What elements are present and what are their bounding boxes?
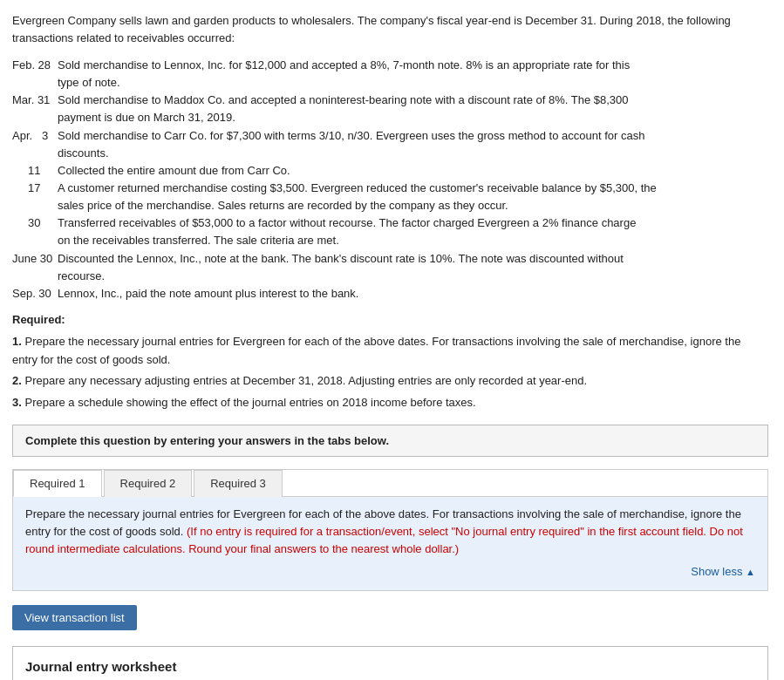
tx-date: June 30 (12, 250, 58, 285)
worksheet-title: Journal entry worksheet (25, 659, 755, 674)
req1-num: 1. (12, 335, 24, 348)
list-item: 30 Transferred receivables of $53,000 to… (12, 214, 768, 249)
req2-num: 2. (12, 374, 24, 387)
list-item: June 30 Discounted the Lennox, Inc., not… (12, 250, 768, 285)
tx-date: 17 (12, 180, 58, 214)
question-box: Complete this question by entering your … (12, 425, 768, 457)
list-item: Apr. 3 Sold merchandise to Carr Co. for … (12, 127, 768, 162)
tx-date: Apr. 3 (12, 127, 58, 162)
required-section: Required: 1. Prepare the necessary journ… (12, 311, 768, 412)
tx-text: Sold merchandise to Lennox, Inc. for $12… (58, 57, 768, 92)
problem-intro: Evergreen Company sells lawn and garden … (12, 12, 768, 46)
transaction-list: Feb. 28 Sold merchandise to Lennox, Inc.… (12, 57, 768, 303)
tx-text: Lennox, Inc., paid the note amount plus … (58, 285, 768, 303)
tx-text: Collected the entire amount due from Car… (58, 162, 768, 180)
tx-date: Mar. 31 (12, 92, 58, 126)
list-item: 11 Collected the entire amount due from … (12, 162, 768, 180)
view-transaction-list-button[interactable]: View transaction list (12, 605, 137, 630)
question-box-text: Complete this question by entering your … (25, 434, 389, 447)
list-item: Sep. 30 Lennox, Inc., paid the note amou… (12, 285, 768, 303)
intro-text: Evergreen Company sells lawn and garden … (12, 14, 731, 44)
tx-date: Feb. 28 (12, 57, 58, 92)
list-item: 17 A customer returned merchandise costi… (12, 180, 768, 214)
view-btn-container: View transaction list (12, 600, 768, 636)
req2-text: Prepare any necessary adjusting entries … (24, 374, 587, 387)
tx-text: A customer returned merchandise costing … (58, 180, 768, 214)
tx-date: 11 (12, 162, 58, 180)
show-less-button[interactable]: Show less ▲ (25, 563, 755, 581)
tab-required2[interactable]: Required 2 (104, 470, 193, 497)
journal-entry-worksheet: Journal entry worksheet ‹ 1 2 3 4 5 6 7 … (12, 646, 768, 680)
tx-text: Sold merchandise to Maddox Co. and accep… (58, 92, 768, 126)
list-item: Feb. 28 Sold merchandise to Lennox, Inc.… (12, 57, 768, 92)
tab-required1[interactable]: Required 1 (13, 470, 102, 497)
req3-text: Prepare a schedule showing the effect of… (24, 396, 475, 409)
tx-text: Discounted the Lennox, Inc., note at the… (58, 250, 768, 285)
tx-date: Sep. 30 (12, 285, 58, 303)
show-less-label: Show less (691, 565, 742, 578)
tx-text: Sold merchandise to Carr Co. for $7,300 … (58, 127, 768, 162)
tabs-header: Required 1 Required 2 Required 3 (13, 470, 767, 497)
required-label: Required: (12, 313, 65, 326)
tx-text: Transferred receivables of $53,000 to a … (58, 214, 768, 249)
list-item: Mar. 31 Sold merchandise to Maddox Co. a… (12, 92, 768, 126)
tab-content-required1: Prepare the necessary journal entries fo… (13, 497, 767, 590)
req3-num: 3. (12, 396, 24, 409)
tabs-container: Required 1 Required 2 Required 3 Prepare… (12, 469, 768, 591)
tab-required3[interactable]: Required 3 (194, 470, 283, 497)
req1-text: Prepare the necessary journal entries fo… (12, 335, 740, 366)
show-less-arrow-icon: ▲ (746, 567, 755, 577)
tx-date: 30 (12, 214, 58, 249)
